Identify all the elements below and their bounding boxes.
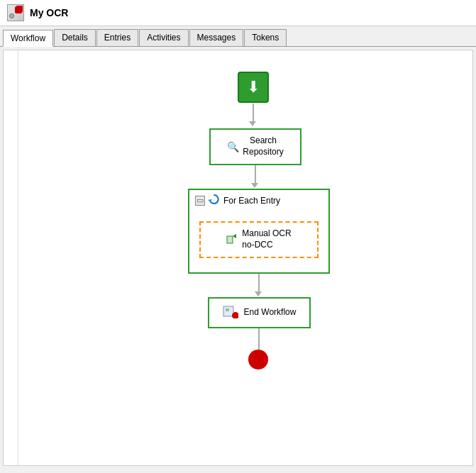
foreach-header: ▭ For Each Entry [189, 190, 328, 211]
arrow-3 [255, 291, 262, 296]
tab-details[interactable]: Details [54, 29, 96, 46]
search-repository-label: Search Repository [243, 135, 283, 157]
connector-4 [258, 328, 260, 350]
svg-rect-4 [226, 308, 229, 311]
svg-marker-2 [233, 234, 236, 238]
svg-rect-6 [234, 314, 237, 317]
svg-marker-0 [208, 199, 212, 201]
foreach-container: ▭ For Each Entry Manu [188, 189, 330, 274]
connector-1 [253, 104, 254, 123]
workflow-canvas: ⬇ 🔍 Search Repository ▭ [18, 57, 472, 465]
tab-entries[interactable]: Entries [96, 29, 138, 46]
start-node: ⬇ [238, 72, 269, 103]
tab-messages[interactable]: Messages [189, 29, 244, 46]
end-workflow-icon [223, 306, 238, 321]
page-title: My OCR [30, 7, 68, 18]
search-repository-node[interactable]: 🔍 Search Repository [209, 128, 301, 165]
app-icon: ⚙ [7, 4, 24, 21]
search-icon: 🔍 [227, 141, 239, 152]
tab-bar: Workflow Details Entries Activities Mess… [0, 26, 476, 47]
collapse-icon[interactable]: ▭ [195, 196, 205, 206]
svg-rect-1 [227, 236, 233, 243]
title-bar: ⚙ My OCR [0, 0, 476, 26]
end-workflow-node[interactable]: End Workflow [208, 297, 311, 328]
tab-activities[interactable]: Activities [139, 29, 188, 46]
tab-workflow[interactable]: Workflow [3, 30, 53, 47]
refresh-icon [208, 193, 221, 208]
arrow-1 [249, 121, 256, 126]
arrow-2 [251, 183, 258, 188]
connector-3 [258, 274, 260, 294]
stop-node [248, 350, 268, 369]
connector-2 [255, 165, 256, 185]
ocr-icon [226, 233, 238, 247]
manual-ocr-node[interactable]: Manual OCR no-DCC [199, 221, 319, 258]
workflow-area: ⬇ 🔍 Search Repository ▭ [3, 50, 473, 466]
manual-ocr-label: Manual OCR no-DCC [242, 228, 291, 250]
tab-tokens[interactable]: Tokens [244, 29, 287, 46]
start-arrow-icon: ⬇ [247, 79, 260, 95]
foreach-label: For Each Entry [223, 196, 280, 206]
end-workflow-label: End Workflow [244, 307, 297, 318]
